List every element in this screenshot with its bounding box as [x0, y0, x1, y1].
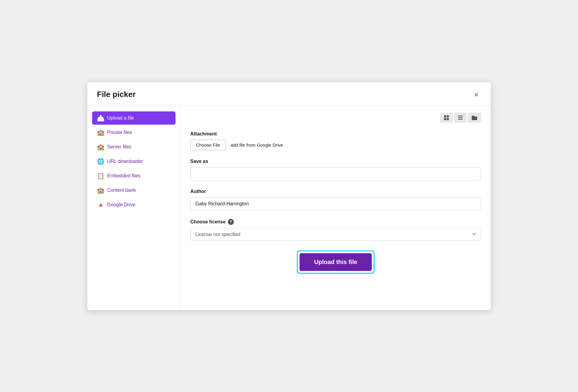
- author-section: Author: [190, 189, 481, 210]
- sidebar-item-label: URL downloader: [107, 159, 143, 164]
- svg-rect-5: [458, 117, 463, 118]
- attachment-section: Attachment Choose File add file from Goo…: [190, 131, 481, 150]
- folder-icon: [471, 115, 477, 120]
- svg-rect-3: [447, 118, 449, 120]
- sidebar: 📤 Upload a file 🏫 Private files 🏫 Server…: [87, 105, 181, 310]
- attachment-label: Attachment: [190, 131, 481, 137]
- license-section: Choose license ? License not specified A…: [190, 219, 481, 241]
- upload-this-file-button[interactable]: Upload this file: [300, 253, 372, 271]
- file-picker-dialog: File picker × 📤 Upload a file 🏫 Private …: [87, 82, 491, 310]
- url-downloader-icon: 🌐: [97, 158, 104, 165]
- attachment-row: Choose File add file from Google Drive: [190, 140, 481, 150]
- save-as-label: Save as: [190, 159, 481, 164]
- dialog-header: File picker ×: [87, 82, 491, 105]
- svg-rect-6: [458, 119, 463, 120]
- grid-icon: [444, 115, 449, 120]
- svg-rect-2: [444, 118, 446, 120]
- sidebar-item-url[interactable]: 🌐 URL downloader: [92, 155, 176, 168]
- sidebar-item-upload[interactable]: 📤 Upload a file: [92, 111, 176, 125]
- license-label: Choose license ?: [190, 219, 481, 225]
- folder-view-button[interactable]: [468, 113, 481, 123]
- author-input[interactable]: [190, 197, 481, 210]
- author-label: Author: [190, 189, 481, 194]
- license-select[interactable]: License not specified All rights reserve…: [190, 228, 481, 241]
- sidebar-item-embedded[interactable]: 📋 Embedded files: [92, 169, 176, 182]
- sidebar-item-private[interactable]: 🏫 Private files: [92, 126, 176, 139]
- main-content: Attachment Choose File add file from Goo…: [181, 105, 491, 310]
- sidebar-item-content[interactable]: 🏫 Content bank: [92, 184, 176, 197]
- google-drive-text: add file from Google Drive: [231, 142, 283, 148]
- list-view-button[interactable]: [454, 113, 467, 123]
- sidebar-item-google[interactable]: 🔺 Google Drive: [92, 198, 176, 211]
- sidebar-item-label: Server files: [107, 144, 131, 150]
- sidebar-item-label: Embedded files: [107, 173, 140, 179]
- private-files-icon: 🏫: [97, 129, 104, 136]
- svg-rect-4: [458, 116, 463, 117]
- upload-icon: 📤: [97, 114, 104, 122]
- sidebar-item-server[interactable]: 🏫 Server files: [92, 140, 176, 154]
- close-button[interactable]: ×: [472, 89, 481, 100]
- license-help-icon[interactable]: ?: [228, 219, 234, 225]
- upload-btn-area: Upload this file: [190, 250, 481, 274]
- sidebar-item-label: Google Drive: [107, 202, 135, 207]
- dialog-body: 📤 Upload a file 🏫 Private files 🏫 Server…: [87, 105, 491, 310]
- save-as-section: Save as: [190, 159, 481, 180]
- google-drive-icon: 🔺: [97, 201, 104, 208]
- sidebar-item-label: Private files: [107, 130, 132, 135]
- svg-rect-0: [444, 115, 446, 117]
- choose-file-button[interactable]: Choose File: [190, 140, 226, 150]
- dialog-title: File picker: [97, 90, 136, 99]
- sidebar-item-label: Content bank: [107, 188, 136, 193]
- sidebar-item-label: Upload a file: [107, 115, 134, 121]
- server-files-icon: 🏫: [97, 143, 104, 151]
- content-bank-icon: 🏫: [97, 187, 104, 194]
- list-icon: [458, 115, 463, 120]
- view-toggles: [190, 113, 481, 123]
- embedded-files-icon: 📋: [97, 172, 104, 179]
- svg-rect-1: [447, 115, 449, 117]
- grid-view-button[interactable]: [440, 113, 453, 123]
- save-as-input[interactable]: [190, 167, 481, 180]
- upload-btn-wrapper: Upload this file: [297, 250, 374, 274]
